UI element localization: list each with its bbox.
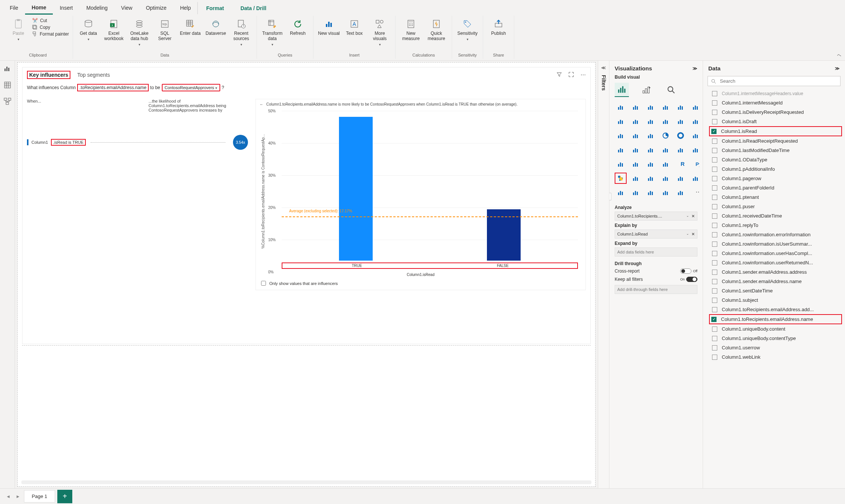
menu-data-drill[interactable]: Data / Drill [232,2,275,14]
data-view-button[interactable] [3,81,12,89]
viz-area-icon[interactable] [630,116,642,127]
field-checkbox[interactable] [712,176,717,181]
recent-sources-button[interactable]: Recent sources▾ [230,17,253,46]
sql-button[interactable]: SQL SQL Server [153,17,176,41]
field-row[interactable]: Column1.isReadReceiptRequested [711,136,842,146]
remove-field-icon[interactable]: ✕ [691,232,695,237]
viz-donut-icon[interactable] [675,130,687,141]
viz-slicer-icon[interactable] [630,158,642,170]
field-row[interactable]: Column1.rowinformation.errorInformation [711,230,842,239]
field-checkbox[interactable] [712,119,717,124]
field-checkbox[interactable] [712,195,717,200]
field-row[interactable]: Column1.pAdditionalInfo [711,164,842,174]
field-checkbox[interactable]: ✓ [711,317,717,322]
field-row[interactable]: Column1.internetMessageHeaders.value [711,89,842,98]
focus-mode-icon[interactable] [569,72,574,78]
viz-key-influencers-icon[interactable]: 👆 [615,173,627,184]
viz-100-column-icon[interactable] [690,101,702,113]
field-row[interactable]: Column1.rowinformation.isUserSummar... [711,239,842,249]
only-influencers-checkbox[interactable] [261,281,266,286]
field-row[interactable]: Column1.ptenant [711,192,842,202]
tab-top-segments[interactable]: Top segments [77,71,110,79]
collapse-right-icon[interactable]: ≫ [693,66,697,71]
viz-decomp-tree-icon[interactable] [630,173,642,184]
viz-line-icon[interactable] [615,116,627,127]
enter-data-button[interactable]: Enter data [179,17,202,36]
field-row[interactable]: Column1.subject [711,295,842,305]
back-arrow-icon[interactable]: ← [260,102,263,106]
viz-paginated-icon[interactable] [675,173,687,184]
field-checkbox[interactable] [712,298,717,303]
viz-more1-icon[interactable] [660,187,672,198]
viz-stacked-column-icon[interactable] [645,101,657,113]
field-row[interactable]: Column1.parentFolderId [711,183,842,192]
viz-line-col-icon[interactable] [660,116,672,127]
field-checkbox[interactable] [712,355,717,360]
keep-filters-toggle[interactable] [686,277,697,282]
field-checkbox[interactable] [712,251,717,256]
field-checkbox[interactable] [712,110,717,115]
viz-table-icon[interactable] [645,158,657,170]
viz-power-apps-icon[interactable] [630,187,642,198]
get-data-button[interactable]: Get data▾ [77,17,100,41]
analyze-field-well[interactable]: Column1.toRecipients.... ⌄✕ [615,212,697,221]
viz-waterfall-icon[interactable] [615,130,627,141]
refresh-button[interactable]: Refresh [286,17,309,36]
onelake-button[interactable]: OneLake data hub▾ [128,17,151,46]
text-box-button[interactable]: A Text box [343,17,366,36]
field-row[interactable]: Column1.sender.emailAddress.name [711,277,842,286]
field-row[interactable]: Column1.webLink [711,352,842,362]
format-visual-tab[interactable] [639,83,654,97]
viz-multi-card-icon[interactable] [615,158,627,170]
bar-true[interactable] [282,117,430,261]
field-row[interactable]: Column1.uniqueBody.content [711,324,842,334]
field-checkbox[interactable] [712,100,717,106]
viz-scatter-icon[interactable] [645,130,657,141]
field-search[interactable] [708,76,841,86]
field-row[interactable]: Column1.userrow [711,343,842,352]
viz-matrix-icon[interactable] [660,158,672,170]
more-visuals-button[interactable]: More visuals▾ [368,17,391,46]
more-options-icon[interactable]: ⋯ [581,72,586,78]
viz-line-col-stack-icon[interactable] [675,116,687,127]
key-influencers-visual[interactable]: Key influencers Top segments ⋯ What infl… [22,67,591,344]
field-row[interactable]: Column1.receivedDateTime [711,211,842,221]
analytics-tab[interactable] [664,83,678,97]
field-checkbox[interactable] [712,260,717,265]
dataverse-button[interactable]: Dataverse [204,17,227,36]
next-page-button[interactable]: ► [14,492,22,501]
viz-pie-icon[interactable] [660,130,672,141]
prev-page-button[interactable]: ◄ [4,492,12,501]
value-dropdown[interactable]: ContosoRequestApprovers ▾ [162,84,220,91]
report-view-button[interactable] [3,64,12,73]
field-row[interactable]: Column1.sentDateTime [711,286,842,295]
menu-help[interactable]: Help [173,2,198,14]
field-row[interactable]: Column1.sender.emailAddress.address [711,267,842,277]
collapse-ribbon-button[interactable]: ヘ [837,52,841,58]
viz-power-automate-icon[interactable] [645,187,657,198]
format-painter-button[interactable]: Format painter [32,31,69,37]
viz-clustered-bar-icon[interactable] [630,101,642,113]
field-row[interactable]: Column1.toRecipients.emailAddress.add... [711,305,842,314]
viz-treemap-icon[interactable] [690,130,702,141]
remove-field-icon[interactable]: ✕ [691,214,695,219]
drill-through-field-well[interactable]: Add drill-through fields here [615,285,697,294]
add-page-button[interactable]: + [57,490,72,503]
viz-qna-icon[interactable] [645,173,657,184]
field-checkbox[interactable] [712,91,717,96]
viz-narrative-icon[interactable] [660,173,672,184]
field-checkbox[interactable] [712,307,717,312]
collapse-right-icon[interactable]: ≫ [835,66,840,71]
paste-button[interactable]: Paste ▾ [7,17,30,41]
field-checkbox[interactable] [712,204,717,209]
field-checkbox[interactable]: ✓ [711,129,717,134]
field-row[interactable]: Column1.isDeliveryReceiptRequested [711,107,842,117]
cut-button[interactable]: ✂️ Cut [32,18,69,23]
viz-100-bar-icon[interactable] [675,101,687,113]
search-input[interactable] [719,78,837,84]
field-row[interactable]: Column1.rowinformation.userHasCompl... [711,249,842,258]
field-row[interactable]: Column1.lastModifiedDateTime [711,146,842,155]
field-checkbox[interactable] [712,345,717,350]
filter-icon[interactable] [557,72,562,78]
field-row[interactable]: Column1.pagerow [711,174,842,183]
